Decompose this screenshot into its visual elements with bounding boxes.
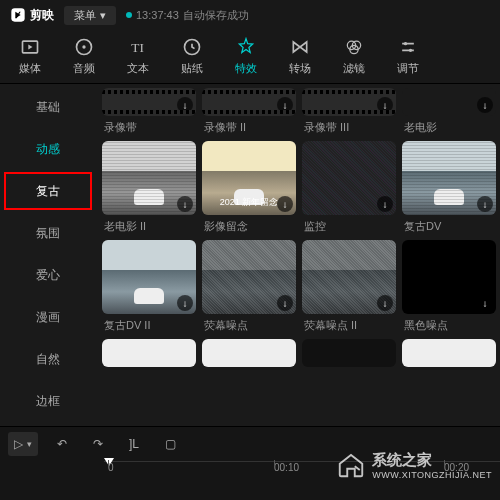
- effect-item[interactable]: [102, 339, 196, 367]
- download-icon[interactable]: [477, 295, 493, 311]
- top-tab-bar: 媒体 音频 TI 文本 贴纸 特效 转场 滤镜 调节: [0, 30, 500, 84]
- tab-audio[interactable]: 音频: [58, 33, 110, 80]
- status-dot-icon: [126, 12, 132, 18]
- effect-item[interactable]: 2021 新年留念影像留念: [202, 141, 296, 234]
- effect-item[interactable]: 录像带 III: [302, 88, 396, 135]
- effect-thumb: [102, 141, 196, 215]
- app-logo: 剪映: [10, 7, 54, 24]
- sidebar-item-comic[interactable]: 漫画: [0, 297, 96, 337]
- sidebar-item-basic[interactable]: 基础: [0, 87, 96, 127]
- effect-thumb: [202, 240, 296, 314]
- timeline-panel: ▷ ▾ ↶ ↷ ]L ▢ 0 00:10 00:20: [0, 426, 500, 500]
- autosave-status: 13:37:43 自动保存成功: [126, 8, 249, 23]
- effect-thumb: [302, 88, 396, 116]
- ruler-tick: 00:20: [444, 462, 469, 473]
- effect-item[interactable]: 老电影 II: [102, 141, 196, 234]
- audio-icon: [74, 37, 94, 57]
- tab-sticker[interactable]: 贴纸: [166, 33, 218, 80]
- main-area: 基础 动感 复古 氛围 爱心 漫画 自然 边框 录像带 录像带 II 录像带 I…: [0, 84, 500, 426]
- split-button[interactable]: ]L: [122, 432, 146, 456]
- download-icon[interactable]: [377, 97, 393, 113]
- effects-category-sidebar: 基础 动感 复古 氛围 爱心 漫画 自然 边框: [0, 84, 96, 426]
- timeline-ruler[interactable]: 0 00:10 00:20: [104, 461, 500, 483]
- effect-item[interactable]: 监控: [302, 141, 396, 234]
- chevron-down-icon: ▾: [27, 439, 32, 449]
- download-icon[interactable]: [277, 196, 293, 212]
- effects-grid: 录像带 录像带 II 录像带 III 老电影 老电影 II 2021 新年留念影…: [96, 84, 500, 426]
- selection-tool[interactable]: ▷ ▾: [8, 432, 38, 456]
- download-icon[interactable]: [477, 97, 493, 113]
- effect-item[interactable]: [402, 339, 496, 367]
- sidebar-item-heart[interactable]: 爱心: [0, 255, 96, 295]
- sidebar-item-retro[interactable]: 复古: [4, 172, 92, 210]
- effect-thumb: [202, 88, 296, 116]
- tab-filter[interactable]: 滤镜: [328, 33, 380, 80]
- sticker-icon: [182, 37, 202, 57]
- effect-item[interactable]: [302, 339, 396, 367]
- timeline-toolbar: ▷ ▾ ↶ ↷ ]L ▢: [0, 427, 500, 461]
- download-icon[interactable]: [377, 295, 393, 311]
- delete-button[interactable]: ▢: [158, 432, 182, 456]
- adjust-icon: [398, 37, 418, 57]
- effect-thumb: [402, 339, 496, 367]
- effect-item[interactable]: 录像带 II: [202, 88, 296, 135]
- media-icon: [20, 37, 40, 57]
- download-icon[interactable]: [377, 196, 393, 212]
- download-icon[interactable]: [177, 97, 193, 113]
- filter-icon: [344, 37, 364, 57]
- download-icon[interactable]: [177, 196, 193, 212]
- tab-text[interactable]: TI 文本: [112, 33, 164, 80]
- sidebar-item-frame[interactable]: 边框: [0, 381, 96, 421]
- download-icon[interactable]: [277, 295, 293, 311]
- effect-item[interactable]: 荧幕噪点: [202, 240, 296, 333]
- effect-item[interactable]: 录像带: [102, 88, 196, 135]
- effect-item[interactable]: [202, 339, 296, 367]
- tab-effects[interactable]: 特效: [220, 33, 272, 80]
- effect-thumb: 2021 新年留念: [202, 141, 296, 215]
- tab-transition[interactable]: 转场: [274, 33, 326, 80]
- effect-item[interactable]: 荧幕噪点 II: [302, 240, 396, 333]
- redo-button[interactable]: ↷: [86, 432, 110, 456]
- effect-thumb: [302, 339, 396, 367]
- logo-icon: [10, 7, 26, 23]
- chevron-down-icon: ▾: [100, 9, 106, 22]
- transition-icon: [290, 37, 310, 57]
- undo-button[interactable]: ↶: [50, 432, 74, 456]
- svg-text:TI: TI: [131, 40, 144, 55]
- effect-thumb: [402, 141, 496, 215]
- sidebar-item-nature[interactable]: 自然: [0, 339, 96, 379]
- download-icon[interactable]: [477, 196, 493, 212]
- effect-thumb: [102, 339, 196, 367]
- effect-thumb: [102, 88, 196, 116]
- ruler-tick: 0: [108, 462, 114, 473]
- effect-item[interactable]: 复古DV II: [102, 240, 196, 333]
- effect-thumb: [202, 339, 296, 367]
- download-icon[interactable]: [277, 97, 293, 113]
- app-name: 剪映: [30, 7, 54, 24]
- text-icon: TI: [128, 37, 148, 57]
- svg-point-3: [82, 45, 85, 48]
- sidebar-item-dynamic[interactable]: 动感: [0, 129, 96, 169]
- tab-adjust[interactable]: 调节: [382, 33, 434, 80]
- effect-thumb: [102, 240, 196, 314]
- menu-button[interactable]: 菜单 ▾: [64, 6, 116, 25]
- title-bar: 剪映 菜单 ▾ 13:37:43 自动保存成功: [0, 0, 500, 30]
- effects-icon: [236, 37, 256, 57]
- download-icon[interactable]: [177, 295, 193, 311]
- ruler-tick: 00:10: [274, 462, 299, 473]
- sidebar-item-atmosphere[interactable]: 氛围: [0, 213, 96, 253]
- effect-thumb: [402, 240, 496, 314]
- tab-media[interactable]: 媒体: [4, 33, 56, 80]
- effect-thumb: [302, 141, 396, 215]
- effect-thumb: [302, 240, 396, 314]
- svg-point-10: [409, 49, 412, 52]
- svg-point-9: [404, 42, 407, 45]
- effect-item[interactable]: 黑色噪点: [402, 240, 496, 333]
- effect-thumb: [402, 88, 496, 116]
- effect-item[interactable]: 老电影: [402, 88, 496, 135]
- effect-item[interactable]: 复古DV: [402, 141, 496, 234]
